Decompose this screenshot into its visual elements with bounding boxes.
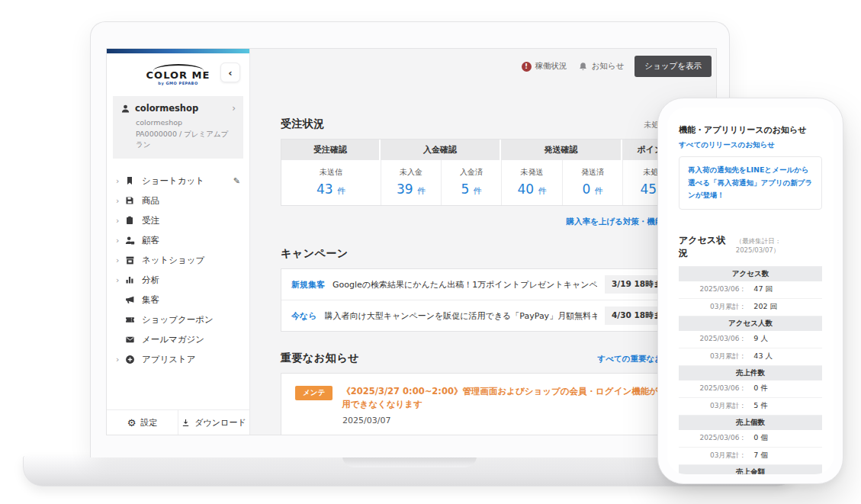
orders-title: 受注状況	[281, 117, 325, 131]
expand-chevron-icon: ›	[116, 255, 125, 265]
bar-chart-icon	[125, 275, 134, 284]
sidebar-item-label: 商品	[142, 195, 159, 207]
orders-cell-paid: 入金済 5 件	[441, 160, 501, 205]
orders-col-header: 入金確認	[381, 140, 501, 160]
plus-circle-icon	[125, 355, 135, 364]
stat-row: 03月累計：5 件	[679, 398, 822, 416]
important-notice-card: メンテ 《2025/3/27 0:00~2:00》管理画面およびショップの会員・…	[281, 373, 687, 435]
expand-chevron-icon: ›	[116, 236, 125, 246]
sidebar-item-customers[interactable]: › 顧客	[107, 230, 249, 250]
sidebar-item-label: 集客	[142, 294, 159, 306]
product-box-icon	[125, 196, 134, 205]
campaign-text: 購入者向け大型キャンペーンを販促に活用できる「PayPay」月額無料キャンペーン…	[325, 310, 597, 322]
status-label: 稼働状況	[535, 61, 567, 72]
phone-screen: 機能・アプリリリースのお知らせ すべてのリリースのお知らせ 再入荷の通知先をLI…	[667, 108, 834, 474]
notice-label: お知らせ	[592, 61, 625, 72]
phone-frame: 機能・アプリリリースのお知らせ すべてのリリースのお知らせ 再入荷の通知先をLI…	[657, 98, 843, 484]
download-label: ダウンロード	[194, 417, 246, 429]
sidebar-item-analytics[interactable]: › 分析	[107, 270, 249, 290]
sidebar-item-netshop[interactable]: › ネットショップ	[107, 250, 249, 270]
notice-link[interactable]: お知らせ	[578, 61, 625, 72]
access-status-subtitle: （最終集計日：2025/03/07）	[736, 237, 822, 255]
user-name: colormeshop	[135, 103, 227, 114]
sidebar-item-label: メールマガジン	[142, 334, 204, 345]
topbar: ! 稼働状況 お知らせ ショップを表示	[522, 56, 712, 77]
sidebar-item-orders[interactable]: › 受注	[107, 210, 249, 230]
settings-label: 設定	[140, 417, 157, 429]
orders-table-body: 未送信 43 件 未入金 39 件 入金済 5 件	[281, 160, 686, 205]
stat-row: 2025/03/06：0 個	[679, 430, 822, 448]
campaign-text: Googleの検索結果にかんたん出稿！1万ポイントプレゼントキャンペーン実施中	[333, 279, 597, 291]
stat-group-header: 売上個数	[679, 416, 822, 430]
megaphone-icon	[125, 295, 135, 305]
access-stats-table: アクセス数 2025/03/06：47 回 03月累計：202 回 アクセス人数…	[679, 266, 822, 474]
phone-releases-title: 機能・アプリリリースのお知らせ	[679, 124, 822, 136]
important-notice-item[interactable]: メンテ 《2025/3/27 0:00~2:00》管理画面およびショップの会員・…	[295, 385, 673, 412]
coupon-ticket-icon	[125, 315, 135, 325]
sidebar-item-marketing[interactable]: 集客	[107, 290, 249, 310]
sidebar-item-label: 受注	[142, 215, 159, 226]
campaign-section: キャンペーン 新規集客 Googleの検索結果にかんたん出稿！1万ポイントプレゼ…	[281, 247, 687, 332]
sidebar-item-products[interactable]: › 商品	[107, 191, 249, 210]
sidebar-footer: ⚙ 設定 ダウンロード	[107, 409, 249, 435]
sidebar-item-label: 顧客	[142, 235, 159, 246]
user-chevron-icon: ›	[232, 103, 236, 114]
phone-access-header: アクセス状況 （最終集計日：2025/03/07）	[679, 234, 822, 260]
sidebar-item-coupon[interactable]: ショップクーポン	[107, 310, 249, 329]
access-status-title: アクセス状況	[679, 234, 733, 260]
main-area: ! 稼働状況 お知らせ ショップを表示 受注状況 未処理件数 :	[250, 49, 716, 435]
phone-all-releases-link[interactable]: すべてのリリースのお知らせ	[679, 140, 822, 150]
clipboard-icon	[125, 216, 134, 225]
orders-section: 受注状況 未処理件数 : 受注確認 入金確認 発送確認 ポイント 未送信	[281, 117, 687, 227]
orders-col-header: 発送確認	[501, 140, 622, 160]
stat-group-header: 売上件数	[679, 366, 822, 380]
stat-row: 03月累計：202 回	[679, 299, 822, 316]
expand-chevron-icon: ›	[116, 176, 125, 186]
orders-col-header: 受注確認	[281, 140, 381, 160]
phone-release-card[interactable]: 再入荷の通知先をLINEとメールから選べる「再入荷通知」アプリの新プランが登場！	[679, 156, 822, 210]
user-card[interactable]: colormeshop › colormeshopPA0000000 / プレミ…	[113, 96, 243, 159]
campaign-tag: 新規集客	[291, 279, 325, 291]
sidebar-item-label: 分析	[142, 274, 159, 286]
laptop-notch	[342, 456, 477, 467]
sidebar-item-label: ショップクーポン	[142, 314, 214, 326]
user-plan: PA0000000 / プレミアムプラン	[136, 130, 229, 149]
logo[interactable]: COLOR ME by GMO PEPABO ‹	[107, 53, 249, 90]
expand-chevron-icon: ›	[116, 355, 125, 364]
stat-group-header: アクセス人数	[679, 316, 822, 331]
important-notices-section: 重要なお知らせ すべての重要なお知らせ メンテ 《2025/3/27 0:00~…	[281, 352, 687, 435]
bell-icon	[578, 62, 588, 72]
expand-chevron-icon: ›	[116, 196, 125, 206]
status-alert-icon: !	[522, 62, 532, 72]
orders-cell-shipped: 発送済 0 件	[562, 160, 622, 205]
edit-pencil-icon[interactable]: ✎	[233, 176, 240, 186]
campaign-item[interactable]: 今なら 購入者向け大型キャンペーンを販促に活用できる「PayPay」月額無料キャ…	[281, 300, 686, 331]
sidebar-item-mail-magazine[interactable]: メールマガジン	[107, 329, 249, 349]
campaign-tag: 今なら	[291, 310, 317, 322]
stat-row: 2025/03/06：47 回	[679, 281, 822, 299]
sidebar-item-shortcut[interactable]: › ショートカット ✎	[107, 171, 249, 191]
status-link[interactable]: ! 稼働状況	[522, 61, 567, 72]
sidebar-item-label: アプリストア	[142, 354, 196, 365]
gear-icon: ⚙	[127, 417, 137, 429]
orders-table: 受注確認 入金確認 発送確認 ポイント 未送信 43 件 未入金	[281, 139, 687, 206]
download-button[interactable]: ダウンロード	[178, 410, 249, 435]
important-notice-text: 《2025/3/27 0:00~2:00》管理画面およびショップの会員・ログイン…	[342, 385, 673, 412]
campaign-item[interactable]: 新規集客 Googleの検索結果にかんたん出稿！1万ポイントプレゼントキャンペー…	[281, 269, 686, 300]
stat-row: 2025/03/06：0 件	[679, 380, 822, 398]
campaign-card: 新規集客 Googleの検索結果にかんたん出稿！1万ポイントプレゼントキャンペー…	[281, 268, 687, 332]
view-shop-button[interactable]: ショップを表示	[635, 56, 712, 77]
stat-group-header: アクセス数	[679, 267, 822, 281]
settings-button[interactable]: ⚙ 設定	[107, 410, 178, 435]
expand-chevron-icon: ›	[116, 275, 125, 285]
collapse-chevron-icon: ‹	[228, 67, 232, 79]
sidebar-nav: › ショートカット ✎ › 商品 › 受注	[107, 166, 249, 409]
orders-cell-unsent: 未送信 43 件	[281, 160, 381, 205]
sidebar-item-label: ネットショップ	[142, 255, 204, 266]
customer-person-icon	[125, 236, 135, 246]
stat-row: 03月累計：43 人	[679, 348, 822, 366]
user-icon	[120, 104, 130, 114]
sidebar-item-appstore[interactable]: › アプリストア	[107, 349, 249, 369]
user-shop-id: colormeshopPA0000000 / プレミアムプラン	[136, 117, 236, 151]
sidebar-collapse-button[interactable]: ‹	[220, 63, 240, 82]
